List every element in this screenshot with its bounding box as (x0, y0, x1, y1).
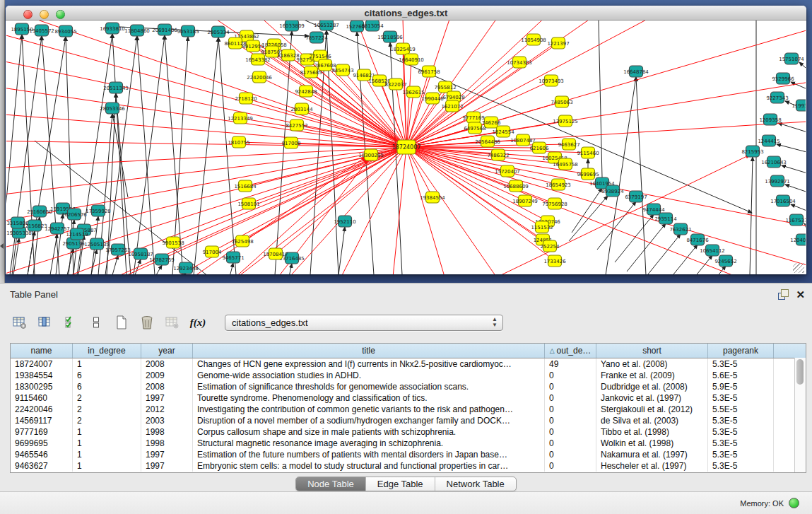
table-cell[interactable]: 1 (73, 426, 141, 438)
column-header-outde[interactable]: △out_de… (545, 344, 596, 358)
table-row[interactable]: 2242004622012Investigating the contribut… (11, 404, 806, 415)
table-cell[interactable]: 5.9E-5 (708, 381, 774, 392)
table-cell[interactable]: 22420046 (11, 404, 73, 415)
graph-node[interactable]: 817008 (282, 137, 301, 148)
graph-node[interactable]: 20511343 (103, 82, 129, 93)
graph-node[interactable]: 1952110 (334, 216, 355, 227)
graph-node[interactable]: 16648784 (623, 66, 649, 77)
graph-node[interactable]: 9115460 (577, 147, 599, 158)
table-cell[interactable]: 0 (545, 449, 596, 460)
graph-node[interactable]: 2805334 (207, 26, 230, 37)
table-cell[interactable]: 5.3E-5 (708, 438, 774, 449)
table-row[interactable]: 946554611997Estimation of the future num… (11, 449, 806, 460)
graph-node[interactable]: 1199337 (792, 100, 806, 111)
graph-node[interactable]: 11054908 (521, 34, 546, 45)
toggle-rows-icon[interactable] (88, 313, 105, 332)
graph-node[interactable]: 9053185 (177, 25, 199, 37)
table-cell[interactable]: 1 (73, 358, 141, 370)
graph-node[interactable]: 16640910 (399, 54, 424, 65)
delete-trash-icon[interactable] (139, 313, 155, 332)
graph-node[interactable]: 1167533 (785, 214, 806, 226)
table-cell[interactable]: 0 (545, 392, 596, 404)
close-panel-icon[interactable]: ✕ (796, 290, 805, 300)
graph-node[interactable]: 9245652 (714, 255, 736, 267)
graph-node[interactable]: 1508101 (237, 198, 259, 209)
table-cell[interactable]: 2 (73, 392, 141, 404)
new-table-icon[interactable] (113, 313, 130, 332)
table-cell[interactable]: 1997 (141, 460, 193, 472)
graph-node[interactable]: 19218596 (377, 31, 403, 42)
graph-node[interactable]: 10734303 (507, 57, 532, 68)
table-cell[interactable]: 0 (545, 438, 596, 449)
table-cell[interactable]: 1998 (141, 438, 193, 449)
window-resize-grip[interactable] (793, 263, 804, 273)
graph-node[interactable]: 252254 (541, 240, 560, 252)
table-cell[interactable]: Tourette syndrome. Phenomenology and cla… (193, 392, 545, 404)
table-cell[interactable]: 2 (73, 404, 141, 415)
graph-node[interactable]: 28053346 (100, 103, 125, 114)
table-cell[interactable]: 0 (545, 404, 596, 415)
column-header-title[interactable]: title (193, 344, 545, 358)
table-row[interactable]: 1830029562008Estimation of significance … (11, 381, 806, 392)
table-cell[interactable]: Changes of HCN gene expression and I(f) … (193, 358, 545, 370)
table-cell[interactable]: Hescheler et al. (1997) (596, 460, 708, 472)
table-cell[interactable]: 1 (73, 460, 141, 472)
table-cell[interactable]: 2003 (141, 415, 193, 426)
graph-node[interactable]: 917004 (203, 246, 222, 257)
table-cell[interactable]: de Silva et al. (2003) (596, 415, 708, 426)
table-cell[interactable]: 5.3E-5 (708, 460, 774, 472)
table-cell[interactable]: Estimation of the future numbers of pati… (193, 449, 545, 460)
table-cell[interactable]: 0 (545, 426, 596, 438)
table-cell[interactable]: 9115460 (11, 392, 73, 404)
table-cell[interactable]: Investigating the contribution of common… (193, 404, 545, 415)
table-cell[interactable]: 0 (545, 370, 596, 381)
graph-node[interactable]: 17359928 (86, 205, 111, 216)
table-cell[interactable]: 9465546 (11, 449, 73, 460)
table-row[interactable]: 969969511998Structural magnetic resonanc… (11, 438, 806, 449)
table-cell[interactable]: 18300295 (11, 381, 73, 392)
graph-node[interactable]: 10807487 (510, 134, 536, 146)
graph-node[interactable]: 9699695 (577, 168, 599, 180)
table-cell[interactable]: 1998 (141, 426, 193, 438)
graph-node[interactable]: 8471676 (686, 234, 709, 245)
table-cell[interactable]: 6 (73, 370, 141, 381)
tab-network-table[interactable]: Network Table (435, 477, 516, 491)
table-cell[interactable]: 14569117 (11, 415, 73, 426)
graph-node[interactable]: 6961758 (418, 66, 440, 77)
graph-node[interactable]: 79756928 (542, 198, 567, 209)
table-cell[interactable]: 5.3E-5 (708, 392, 774, 404)
table-cell[interactable]: Tibbo et al. (1998) (596, 426, 708, 438)
graph-node[interactable]: 7485063 (551, 96, 572, 107)
graph-node[interactable]: 7486322 (487, 149, 509, 160)
graph-node[interactable]: 16033809 (279, 21, 305, 31)
table-cell[interactable]: 1 (73, 449, 141, 460)
graph-node[interactable]: 1244415 (758, 135, 779, 146)
graph-node[interactable]: 19384554 (420, 192, 445, 203)
tab-node-table[interactable]: Node Table (296, 477, 366, 491)
row-selection-icon[interactable] (62, 313, 79, 332)
graph-node[interactable]: 9463627 (558, 139, 579, 150)
table-cell[interactable]: 2008 (141, 381, 193, 392)
network-canvas[interactable]: 1895150194055728934055169338101180486020… (6, 21, 806, 274)
graph-node[interactable]: 12213349 (228, 112, 253, 124)
tab-edge-table[interactable]: Edge Table (366, 477, 435, 491)
table-cell[interactable]: 2009 (141, 370, 193, 381)
table-cell[interactable]: 49 (545, 358, 596, 370)
table-row[interactable]: 1872400712008Changes of HCN gene express… (11, 358, 806, 370)
graph-node[interactable]: 11804860 (124, 25, 150, 36)
graph-node[interactable]: 15751074 (779, 53, 804, 64)
table-cell[interactable]: 5.3E-5 (708, 415, 774, 426)
graph-node[interactable]: 621606 (530, 142, 549, 153)
graph-node[interactable]: 1516684 (234, 180, 257, 192)
graph-node[interactable]: 1733426 (543, 255, 566, 267)
graph-node[interactable]: 6379197 (625, 191, 647, 202)
table-cell[interactable]: Disruption of a novel member of a sodium… (193, 415, 545, 426)
graph-node[interactable]: 9465771 (222, 252, 244, 263)
graph-node[interactable]: 8215953 (741, 146, 763, 157)
node-table[interactable]: namein_degreeyeartitle△out_de…shortpager… (10, 343, 806, 473)
column-header-year[interactable]: year (141, 344, 193, 358)
graph-node[interactable]: 16933810 (100, 23, 125, 34)
graph-node[interactable]: 13975125 (553, 115, 578, 127)
scrollbar-thumb[interactable] (796, 359, 804, 385)
table-row[interactable]: 1938455462009Genome-wide association stu… (11, 370, 806, 381)
